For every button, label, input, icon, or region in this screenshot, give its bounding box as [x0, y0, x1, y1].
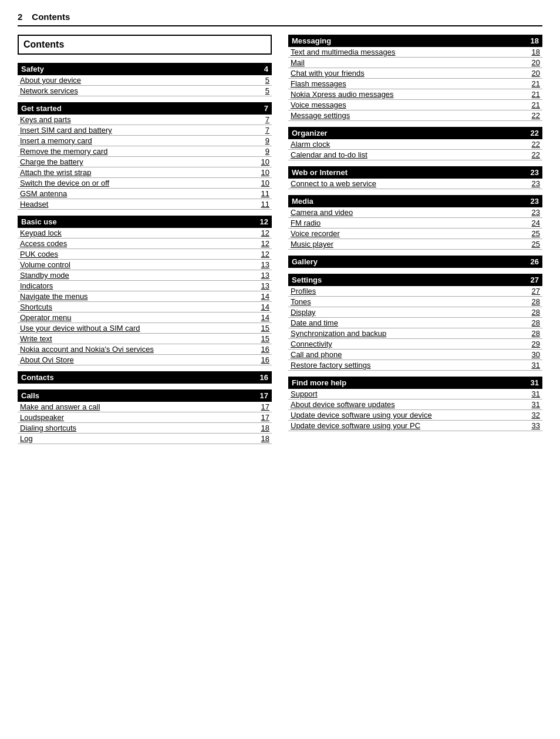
toc-label: Support — [291, 389, 525, 398]
toc-label: Alarm clock — [291, 140, 525, 149]
toc-label: Shortcuts — [20, 303, 254, 311]
toc-label: Update device software using your device — [291, 411, 525, 419]
section-header-page: 22 — [531, 129, 539, 137]
toc-row: Indicators13 — [18, 281, 272, 291]
toc-label: Log — [20, 434, 254, 443]
section-web-or-internet: Web or Internet23Connect to a web servic… — [288, 166, 542, 189]
toc-row: Nokia Xpress audio messages21 — [288, 89, 542, 100]
toc-label: Volume control — [20, 260, 254, 269]
toc-label: Nokia account and Nokia's Ovi services — [20, 345, 254, 354]
toc-row: Loudspeaker17 — [18, 412, 272, 423]
toc-label: Nokia Xpress audio messages — [291, 90, 525, 99]
toc-row: Message settings22 — [288, 110, 542, 121]
right-column: Messaging18Text and multimedia messages1… — [288, 35, 542, 450]
section-header-page: 26 — [531, 257, 539, 266]
section-header-settings: Settings27 — [288, 274, 542, 286]
toc-row: Dialing shortcuts18 — [18, 423, 272, 434]
section-header-messaging: Messaging18 — [288, 35, 542, 47]
section-header-label: Safety — [21, 65, 44, 73]
toc-row: Nokia account and Nokia's Ovi services16 — [18, 344, 272, 355]
toc-page: 30 — [525, 350, 540, 359]
toc-label: Restore factory settings — [291, 361, 525, 370]
section-header-page: 23 — [531, 168, 539, 177]
toc-row: Display28 — [288, 307, 542, 318]
toc-label: Update device software using your PC — [291, 421, 525, 430]
toc-page: 32 — [525, 411, 540, 419]
toc-row: Network services5 — [18, 86, 272, 96]
section-get-started: Get started7Keys and parts7Insert SIM ca… — [18, 102, 272, 210]
toc-page: 14 — [254, 292, 269, 301]
toc-page: 23 — [525, 208, 540, 217]
section-header-media: Media23 — [288, 195, 542, 207]
toc-label: Display — [291, 308, 525, 317]
toc-row: Connect to a web service23 — [288, 179, 542, 189]
toc-page: 17 — [254, 413, 269, 422]
toc-page: 9 — [254, 147, 269, 156]
toc-page: 13 — [254, 260, 269, 269]
toc-row: Shortcuts14 — [18, 302, 272, 313]
toc-row: FM radio24 — [288, 218, 542, 229]
toc-label: Dialing shortcuts — [20, 424, 254, 432]
toc-page: 31 — [525, 389, 540, 398]
section-header-organizer: Organizer22 — [288, 127, 542, 139]
toc-row: Navigate the menus14 — [18, 291, 272, 302]
toc-row: Switch the device on or off10 — [18, 178, 272, 189]
toc-row: Profiles27 — [288, 286, 542, 297]
toc-page: 5 — [254, 76, 269, 85]
toc-row: Keys and parts7 — [18, 115, 272, 125]
toc-row: Attach the wrist strap10 — [18, 167, 272, 178]
toc-row: Remove the memory card9 — [18, 146, 272, 157]
section-gallery: Gallery26 — [288, 256, 542, 268]
toc-label: Charge the battery — [20, 157, 254, 166]
toc-label: Operator menu — [20, 313, 254, 322]
toc-label: Keys and parts — [20, 115, 254, 124]
toc-page: 12 — [254, 229, 269, 237]
toc-label: Mail — [291, 58, 525, 67]
toc-label: About device software updates — [291, 400, 525, 409]
toc-label: Message settings — [291, 111, 525, 120]
toc-row: Voice recorder25 — [288, 229, 542, 239]
toc-label: Synchronization and backup — [291, 329, 525, 338]
section-header-label: Find more help — [292, 378, 346, 387]
toc-label: Standby mode — [20, 271, 254, 280]
toc-label: Profiles — [291, 287, 525, 295]
toc-page: 18 — [525, 48, 540, 56]
toc-label: Connect to a web service — [291, 179, 525, 188]
toc-row: Date and time28 — [288, 318, 542, 328]
section-header-get-started: Get started7 — [18, 102, 272, 115]
toc-page: 18 — [254, 424, 269, 432]
toc-label: Switch the device on or off — [20, 179, 254, 187]
toc-row: Tones28 — [288, 297, 542, 307]
toc-label: Tones — [291, 297, 525, 306]
toc-row: Log18 — [18, 434, 272, 444]
toc-label: Flash messages — [291, 79, 525, 88]
toc-label: Connectivity — [291, 340, 525, 348]
toc-row: Music player25 — [288, 239, 542, 250]
toc-page: 21 — [525, 90, 540, 99]
toc-row: Connectivity29 — [288, 339, 542, 350]
toc-page: 16 — [254, 345, 269, 354]
toc-page: 18 — [254, 434, 269, 443]
toc-page: 22 — [525, 111, 540, 120]
toc-label: GSM antenna — [20, 189, 254, 198]
toc-page: 11 — [254, 189, 269, 198]
toc-row: Standby mode13 — [18, 270, 272, 281]
toc-row: About device software updates31 — [288, 399, 542, 410]
page-header: 2 Contents — [18, 12, 542, 26]
toc-page: 20 — [525, 58, 540, 67]
toc-row: About Ovi Store16 — [18, 355, 272, 365]
section-header-label: Messaging — [292, 36, 331, 45]
toc-label: Chat with your friends — [291, 69, 525, 78]
section-header-find-more-help: Find more help31 — [288, 377, 542, 389]
toc-label: Write text — [20, 334, 254, 343]
toc-page: 12 — [254, 239, 269, 248]
section-header-contacts: Contacts16 — [18, 371, 272, 384]
toc-label: Keypad lock — [20, 229, 254, 237]
section-header-page: 4 — [264, 65, 268, 73]
toc-row: PUK codes12 — [18, 249, 272, 260]
toc-page: 15 — [254, 334, 269, 343]
toc-row: Volume control13 — [18, 260, 272, 270]
toc-page: 27 — [525, 287, 540, 295]
toc-label: Insert SIM card and battery — [20, 126, 254, 135]
toc-page: 25 — [525, 229, 540, 238]
